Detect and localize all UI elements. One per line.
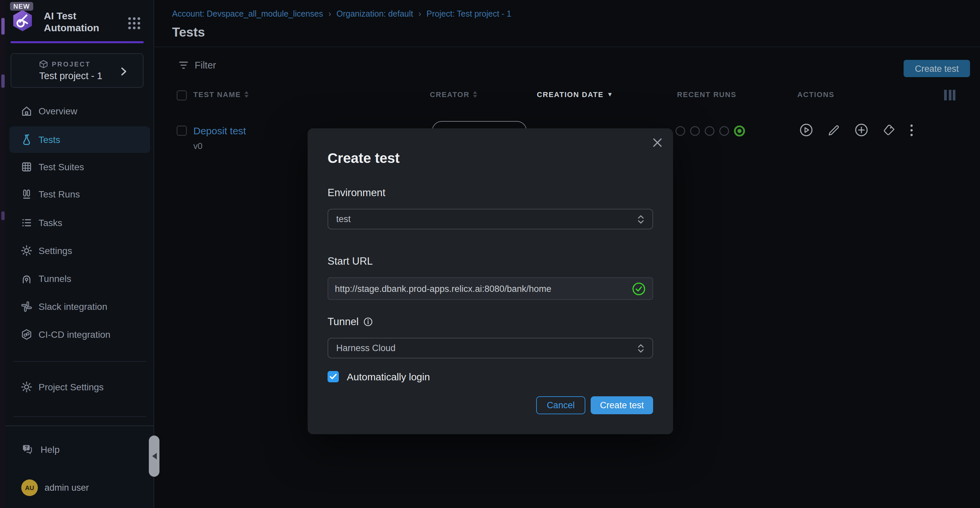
- project-selector[interactable]: PROJECT Test project - 1: [11, 53, 143, 88]
- start-url-field: [328, 277, 653, 300]
- help-label: Help: [41, 444, 60, 455]
- rail-mark: [1, 75, 4, 88]
- sidebar-item-label: Settings: [38, 245, 72, 256]
- column-header-creation-date[interactable]: CREATION DATE ▼: [537, 90, 614, 98]
- select-chevrons-icon: [637, 214, 644, 224]
- column-settings-icon[interactable]: [944, 90, 955, 101]
- brand-underline: [11, 41, 143, 43]
- more-options-icon[interactable]: [910, 123, 913, 137]
- filter-label: Filter: [195, 60, 216, 70]
- close-icon[interactable]: [652, 137, 663, 148]
- sidebar-item-test-suites[interactable]: Test Suites: [9, 153, 150, 180]
- create-test-modal: Create test Environment test Start URL T…: [308, 128, 673, 434]
- select-all-checkbox[interactable]: [177, 90, 187, 101]
- sidebar-item-tasks[interactable]: Tasks: [9, 209, 150, 236]
- recent-runs-indicator: [675, 125, 746, 137]
- flask-icon: [21, 134, 33, 145]
- start-url-label: Start URL: [328, 255, 373, 267]
- avatar: AU: [21, 479, 38, 496]
- sidebar-item-test-runs[interactable]: Test Runs: [9, 181, 150, 208]
- environment-value: test: [336, 214, 351, 224]
- auto-login-checkbox[interactable]: [328, 371, 339, 382]
- run-empty-icon[interactable]: [719, 126, 730, 136]
- run-passed-icon[interactable]: [733, 125, 746, 137]
- slack-icon: [21, 300, 33, 313]
- help-chat-icon: ?: [21, 444, 34, 455]
- app-grid-icon[interactable]: [126, 15, 142, 31]
- svg-text:?: ?: [25, 444, 28, 450]
- url-valid-check-icon: [632, 281, 646, 296]
- check-icon: [329, 374, 337, 380]
- environment-select[interactable]: test: [328, 209, 653, 229]
- user-name: admin user: [45, 482, 89, 492]
- user-menu[interactable]: AU admin user: [9, 474, 149, 501]
- gear-icon: [21, 381, 33, 393]
- breadcrumb-organization[interactable]: Organization: default: [337, 9, 413, 19]
- tunnel-value: Harness Cloud: [336, 343, 396, 353]
- select-chevrons-icon: [637, 343, 644, 353]
- sidebar-divider: [13, 416, 146, 417]
- sidebar-item-label: Slack integration: [38, 301, 107, 312]
- sidebar-collapse-handle[interactable]: [149, 436, 159, 477]
- edit-icon[interactable]: [827, 123, 840, 137]
- start-url-input[interactable]: [335, 284, 632, 294]
- sidebar-item-label: Tests: [38, 134, 60, 145]
- run-empty-icon[interactable]: [690, 126, 700, 136]
- app-root: NEW AI Test Automation: [0, 0, 980, 508]
- sidebar-item-label: CI-CD integration: [38, 329, 110, 340]
- run-empty-icon[interactable]: [704, 126, 715, 136]
- add-icon[interactable]: [854, 123, 869, 137]
- sidebar-item-cicd-integration[interactable]: CI-CD integration: [9, 321, 150, 348]
- play-icon[interactable]: [799, 123, 813, 137]
- breadcrumb-separator: ›: [418, 9, 421, 19]
- cancel-button[interactable]: Cancel: [536, 396, 585, 414]
- rail-mark: [1, 211, 4, 220]
- list-icon: [21, 217, 33, 229]
- test-name-link[interactable]: Deposit test: [193, 125, 246, 136]
- modal-create-test-button[interactable]: Create test: [591, 396, 653, 414]
- cube-icon: [39, 60, 48, 69]
- sidebar-item-label: Overview: [38, 106, 77, 117]
- sort-icon: [244, 91, 248, 98]
- tag-icon[interactable]: [882, 123, 896, 137]
- sidebar-item-settings[interactable]: Settings: [9, 237, 150, 264]
- gear-icon: [21, 245, 33, 257]
- run-empty-icon[interactable]: [675, 126, 686, 136]
- breadcrumb: Account: Devspace_all_module_licenses › …: [172, 9, 511, 19]
- project-selector-value: Test project - 1: [39, 70, 102, 81]
- cicd-icon: [21, 329, 33, 340]
- column-header-actions: ACTIONS: [797, 90, 835, 98]
- sidebar-item-label: Project Settings: [38, 382, 103, 392]
- filter-button[interactable]: Filter: [179, 60, 216, 70]
- column-header-creator[interactable]: CREATOR: [430, 90, 477, 98]
- auto-login-label: Automatically login: [347, 371, 430, 382]
- filter-icon: [179, 61, 189, 70]
- breadcrumb-separator: ›: [328, 9, 331, 19]
- project-selector-label: PROJECT: [52, 61, 91, 68]
- sidebar-item-tunnels[interactable]: Tunnels: [9, 265, 150, 292]
- breadcrumb-account[interactable]: Account: Devspace_all_module_licenses: [172, 9, 323, 19]
- column-header-recent-runs: RECENT RUNS: [677, 90, 737, 98]
- sidebar-item-label: Tasks: [38, 217, 62, 228]
- tunnel-select[interactable]: Harness Cloud: [328, 338, 653, 358]
- sidebar-item-label: Test Suites: [38, 161, 84, 172]
- sort-icon: [473, 91, 477, 98]
- chevron-right-icon: [121, 67, 127, 76]
- grid-table-icon: [21, 161, 33, 173]
- breadcrumb-project[interactable]: Project: Test project - 1: [426, 9, 511, 19]
- info-icon[interactable]: [363, 317, 373, 326]
- new-badge: NEW: [10, 2, 33, 11]
- sidebar-item-slack-integration[interactable]: Slack integration: [9, 293, 150, 320]
- collapse-arrow-icon: [152, 453, 156, 460]
- sidebar-item-tests[interactable]: Tests: [9, 126, 150, 153]
- modal-title: Create test: [328, 150, 399, 166]
- sidebar-item-project-settings[interactable]: Project Settings: [9, 374, 150, 400]
- module-nav-rail: [0, 0, 5, 508]
- sidebar-item-overview[interactable]: Overview: [9, 98, 150, 125]
- row-checkbox[interactable]: [177, 126, 187, 136]
- column-header-test-name[interactable]: TEST NAME: [193, 90, 248, 98]
- tunnel-icon: [21, 273, 33, 284]
- create-test-button[interactable]: Create test: [904, 60, 970, 77]
- sidebar-item-help[interactable]: ? Help: [9, 436, 149, 463]
- environment-label: Environment: [328, 187, 385, 199]
